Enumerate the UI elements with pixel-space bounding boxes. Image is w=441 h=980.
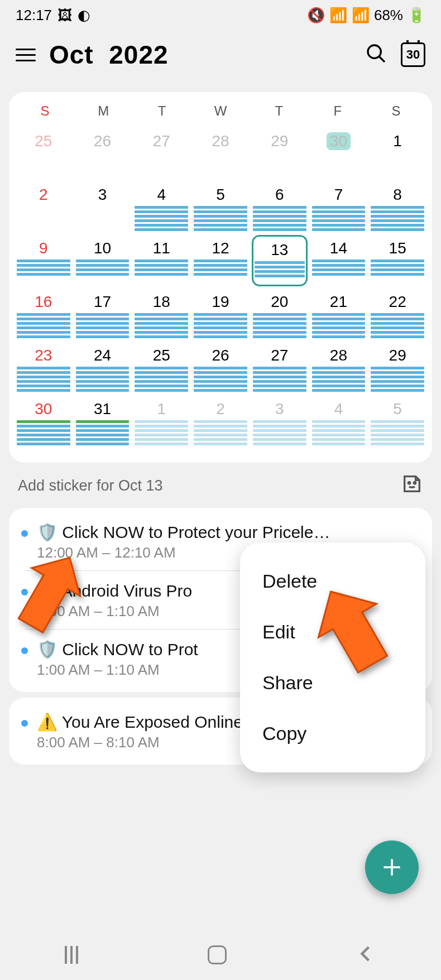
event-title: 🛡️ Click NOW to Prot xyxy=(37,640,227,659)
event-title: 🛡️ Click NOW to Protect your Pricele… xyxy=(37,522,416,542)
day-cell[interactable]: 1 xyxy=(133,396,189,447)
day-cell[interactable]: 8 xyxy=(370,181,425,233)
day-number: 5 xyxy=(193,186,248,204)
day-number: 3 xyxy=(75,186,131,204)
day-cell[interactable]: 26 xyxy=(75,128,131,179)
day-number: 25 xyxy=(16,132,71,150)
day-number: 4 xyxy=(133,186,189,204)
tutorial-arrow-1 xyxy=(11,547,89,636)
today-button[interactable]: 30 xyxy=(401,42,425,67)
svg-line-1 xyxy=(379,56,385,62)
day-cell[interactable]: 2 xyxy=(193,396,248,447)
weekday-header: W xyxy=(191,103,250,119)
day-cell[interactable]: 18 xyxy=(133,289,189,340)
day-number: 29 xyxy=(252,132,308,150)
days-grid: 2526272829301234567891011121314151617181… xyxy=(16,128,425,447)
day-cell[interactable]: 26 xyxy=(193,342,248,393)
weekday-header: M xyxy=(74,103,133,119)
day-cell[interactable]: 16 xyxy=(16,289,71,340)
day-cell[interactable]: 2 xyxy=(16,181,71,233)
event-dot xyxy=(21,647,28,654)
day-number: 6 xyxy=(252,186,308,204)
day-cell[interactable]: 20 xyxy=(252,289,308,340)
weekday-header: S xyxy=(367,103,425,119)
day-cell[interactable]: 3 xyxy=(75,181,131,233)
menu-button[interactable] xyxy=(16,49,36,61)
day-number: 27 xyxy=(133,132,189,150)
day-cell[interactable]: 19 xyxy=(193,289,248,340)
day-number: 23 xyxy=(16,347,71,364)
calendar-card: SMTWTFS 25262728293012345678910111213141… xyxy=(9,92,432,463)
weekday-header: T xyxy=(133,103,191,119)
nav-home-button[interactable] xyxy=(208,945,227,964)
event-dot xyxy=(21,530,28,537)
day-cell[interactable]: 9 xyxy=(16,235,71,286)
day-number: 12 xyxy=(193,239,248,257)
day-cell[interactable]: 29 xyxy=(252,128,308,179)
day-number: 7 xyxy=(311,186,367,204)
status-time: 12:17 xyxy=(16,7,52,24)
day-cell[interactable]: 4 xyxy=(311,396,367,447)
day-number: 20 xyxy=(252,293,308,311)
day-cell[interactable]: 25 xyxy=(16,128,71,179)
day-cell[interactable]: 3 xyxy=(252,396,308,447)
day-number: 4 xyxy=(311,400,367,418)
day-cell[interactable]: 27 xyxy=(133,128,189,179)
day-cell[interactable]: 24 xyxy=(75,342,131,393)
month-title[interactable]: Oct 2022 xyxy=(49,40,352,70)
day-cell[interactable]: 28 xyxy=(193,128,248,179)
add-sticker-row[interactable]: Add sticker for Oct 13 xyxy=(0,463,441,502)
signal-icon: 📶 xyxy=(352,7,370,24)
day-cell[interactable]: 30 xyxy=(311,128,367,179)
day-cell[interactable]: 23 xyxy=(16,342,71,393)
day-cell[interactable]: 25 xyxy=(133,342,189,393)
day-number: 1 xyxy=(133,400,189,418)
day-cell[interactable]: 5 xyxy=(193,181,248,233)
event-dot xyxy=(21,720,28,727)
svg-point-3 xyxy=(414,482,415,484)
sticker-label: Add sticker for Oct 13 xyxy=(18,477,163,494)
day-cell[interactable]: 28 xyxy=(311,342,367,393)
day-cell[interactable]: 30 xyxy=(16,396,71,447)
day-cell[interactable]: 21 xyxy=(311,289,367,340)
day-cell[interactable]: 29 xyxy=(370,342,425,393)
day-number: 13 xyxy=(253,241,306,259)
day-number: 19 xyxy=(193,293,248,311)
day-cell[interactable]: 1 xyxy=(370,128,425,179)
weekday-headers: SMTWTFS xyxy=(16,103,425,128)
day-cell[interactable]: 12 xyxy=(193,235,248,286)
day-cell[interactable]: 7 xyxy=(311,181,367,233)
day-number: 26 xyxy=(193,347,248,364)
day-number: 28 xyxy=(311,347,367,364)
day-cell[interactable]: 22 xyxy=(370,289,425,340)
day-cell[interactable]: 4 xyxy=(133,181,189,233)
day-cell[interactable]: 17 xyxy=(75,289,131,340)
day-number: 2 xyxy=(193,400,248,418)
sticker-icon[interactable] xyxy=(401,473,423,499)
day-cell[interactable]: 10 xyxy=(75,235,131,286)
day-number: 16 xyxy=(16,293,71,311)
day-cell[interactable]: 11 xyxy=(133,235,189,286)
status-bar: 12:17 🖼 ◐ 🔇 📶 📶 68% 🔋 xyxy=(0,0,441,28)
day-number: 27 xyxy=(252,347,308,364)
day-cell[interactable]: 13 xyxy=(252,235,308,286)
day-cell[interactable]: 15 xyxy=(370,235,425,286)
day-cell[interactable]: 27 xyxy=(252,342,308,393)
menu-item-copy[interactable]: Copy xyxy=(240,708,425,759)
nav-recent-button[interactable] xyxy=(65,946,78,964)
tutorial-arrow-2 xyxy=(307,580,396,675)
search-button[interactable] xyxy=(365,42,387,67)
app-header: Oct 2022 30 xyxy=(0,28,441,81)
day-cell[interactable]: 31 xyxy=(75,396,131,447)
day-number: 24 xyxy=(75,347,131,364)
day-cell[interactable]: 6 xyxy=(252,181,308,233)
weekday-header: F xyxy=(308,103,367,119)
day-number: 10 xyxy=(75,239,131,257)
day-cell[interactable]: 5 xyxy=(370,396,425,447)
mute-icon: 🔇 xyxy=(307,7,325,24)
day-number: 17 xyxy=(75,293,131,311)
add-event-fab[interactable] xyxy=(365,840,419,894)
battery-icon: 🔋 xyxy=(408,7,425,24)
nav-back-button[interactable] xyxy=(356,944,376,966)
day-cell[interactable]: 14 xyxy=(311,235,367,286)
